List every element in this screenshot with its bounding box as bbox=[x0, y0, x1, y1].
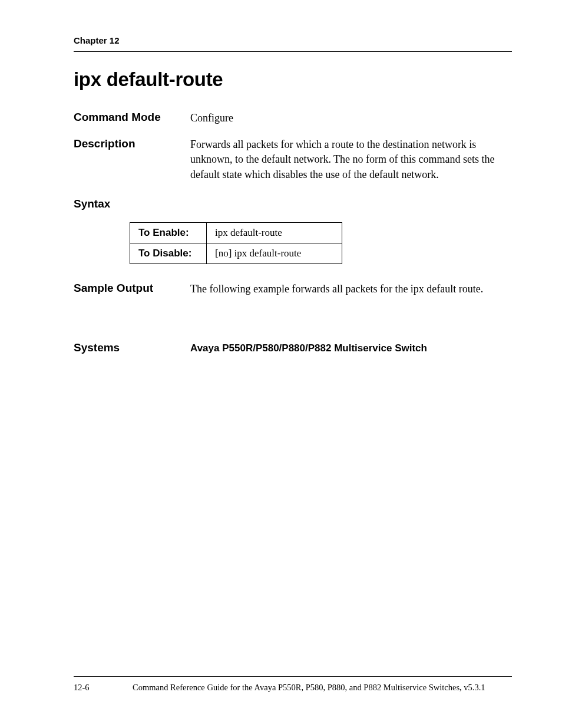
syntax-row-value: ipx default-route bbox=[207, 222, 342, 243]
footer-title: Command Reference Guide for the Avaya P5… bbox=[133, 683, 512, 693]
label-description: Description bbox=[74, 137, 190, 150]
footer-line: 12-6 Command Reference Guide for the Ava… bbox=[74, 683, 512, 693]
syntax-table: To Enable: ipx default-route To Disable:… bbox=[130, 222, 342, 264]
command-title: ipx default-route bbox=[74, 68, 512, 91]
table-row: To Disable: [no] ipx default-route bbox=[130, 243, 342, 263]
value-description: Forwards all packets for which a route t… bbox=[190, 137, 512, 182]
page-header-chapter: Chapter 12 bbox=[74, 35, 512, 45]
row-syntax: Syntax bbox=[74, 197, 512, 210]
row-sample-output: Sample Output The following example forw… bbox=[74, 282, 512, 297]
row-command-mode: Command Mode Configure bbox=[74, 111, 512, 126]
label-command-mode: Command Mode bbox=[74, 111, 190, 124]
value-sample-output: The following example forwards all packe… bbox=[190, 282, 512, 297]
value-systems: Avaya P550R/P580/P880/P882 Multiservice … bbox=[190, 341, 512, 355]
header-rule bbox=[74, 51, 512, 52]
document-page: Chapter 12 ipx default-route Command Mod… bbox=[0, 0, 562, 728]
syntax-row-label: To Disable: bbox=[130, 243, 207, 263]
value-command-mode: Configure bbox=[190, 111, 512, 126]
syntax-row-label: To Enable: bbox=[130, 222, 207, 243]
footer-rule bbox=[74, 676, 512, 677]
row-description: Description Forwards all packets for whi… bbox=[74, 137, 512, 182]
syntax-table-wrapper: To Enable: ipx default-route To Disable:… bbox=[130, 222, 512, 264]
row-systems: Systems Avaya P550R/P580/P880/P882 Multi… bbox=[74, 341, 512, 355]
label-sample-output: Sample Output bbox=[74, 282, 190, 295]
page-footer: 12-6 Command Reference Guide for the Ava… bbox=[74, 676, 512, 693]
syntax-row-value: [no] ipx default-route bbox=[207, 243, 342, 263]
table-row: To Enable: ipx default-route bbox=[130, 222, 342, 243]
page-number: 12-6 bbox=[74, 683, 133, 693]
label-systems: Systems bbox=[74, 341, 190, 354]
spacer bbox=[74, 312, 512, 341]
label-syntax: Syntax bbox=[74, 197, 190, 210]
